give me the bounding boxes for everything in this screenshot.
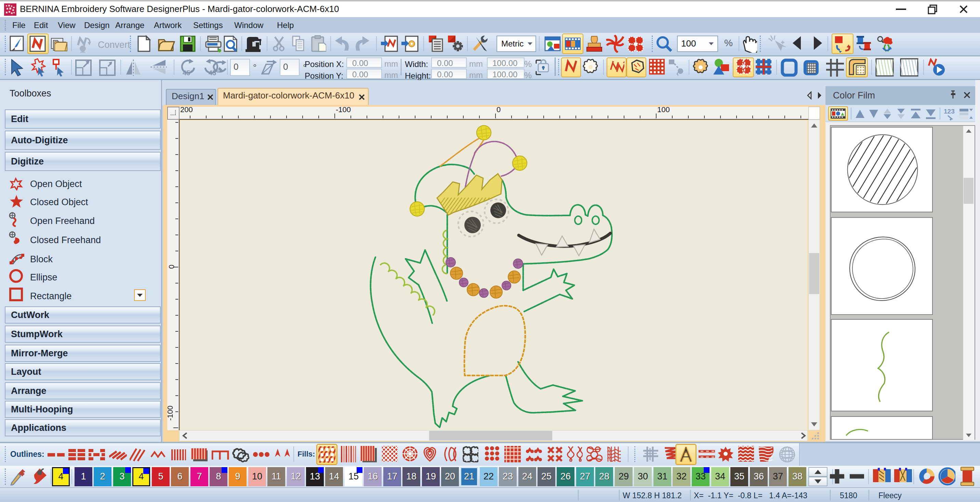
- svg-text:200: 200: [180, 107, 193, 114]
- svg-text:0: 0: [496, 107, 501, 114]
- svg-text:123: 123: [944, 108, 955, 115]
- svg-text:45°: 45°: [183, 69, 193, 76]
- svg-text:-100: -100: [167, 406, 174, 421]
- svg-text:0: 0: [167, 265, 176, 269]
- svg-text:-100: -100: [336, 107, 351, 114]
- svg-text:100: 100: [657, 107, 670, 114]
